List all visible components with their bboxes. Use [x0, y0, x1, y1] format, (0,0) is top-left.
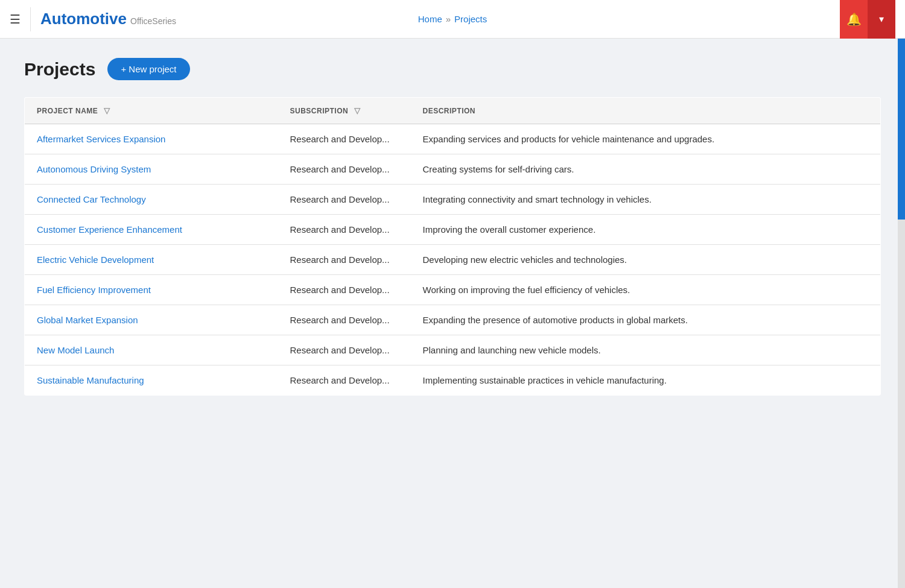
table-row: Autonomous Driving SystemResearch and De…: [25, 154, 881, 185]
subscription-filter-icon[interactable]: ▽: [354, 106, 361, 115]
description-cell: Planning and launching new vehicle model…: [411, 335, 881, 365]
header-actions: 🔔 ▾: [840, 0, 895, 39]
table-row: Global Market ExpansionResearch and Deve…: [25, 305, 881, 335]
subscription-cell: Research and Develop...: [278, 124, 411, 154]
nav-current[interactable]: Projects: [454, 14, 487, 24]
project-name-filter-icon[interactable]: ▽: [104, 106, 110, 115]
description-cell: Improving the overall customer experienc…: [411, 215, 881, 245]
col-description-label: DESCRIPTION: [423, 107, 476, 115]
logo-sub: OfficeSeries: [130, 16, 176, 26]
table-row: Electric Vehicle DevelopmentResearch and…: [25, 245, 881, 275]
page-title-row: Projects + New project: [24, 58, 881, 80]
project-name-link[interactable]: Connected Car Technology: [37, 194, 146, 204]
nav-home-link[interactable]: Home: [418, 14, 442, 24]
table-row: Customer Experience EnhancementResearch …: [25, 215, 881, 245]
subscription-cell: Research and Develop...: [278, 245, 411, 275]
notifications-button[interactable]: 🔔: [840, 0, 868, 39]
subscription-cell: Research and Develop...: [278, 275, 411, 305]
project-name-link[interactable]: Electric Vehicle Development: [37, 254, 154, 265]
table-row: Connected Car TechnologyResearch and Dev…: [25, 185, 881, 215]
col-subscription-header: SUBSCRIPTION ▽: [278, 98, 411, 124]
project-name-link[interactable]: Autonomous Driving System: [37, 164, 151, 174]
description-cell: Creating systems for self-driving cars.: [411, 154, 881, 185]
menu-icon[interactable]: ☰: [10, 12, 21, 27]
project-name-link[interactable]: Sustainable Manufacturing: [37, 375, 144, 385]
header: ☰ Automotive OfficeSeries Home » Project…: [0, 0, 905, 39]
subscription-cell: Research and Develop...: [278, 305, 411, 335]
logo-main: Automotive: [40, 10, 127, 28]
table-header-row: PROJECT NAME ▽ SUBSCRIPTION ▽ DESCRIPTIO…: [25, 98, 881, 124]
col-project-name-label: PROJECT NAME: [37, 107, 98, 115]
new-project-button[interactable]: + New project: [107, 58, 189, 80]
col-project-name-header: PROJECT NAME ▽: [25, 98, 278, 124]
header-divider: [30, 7, 31, 31]
table-row: Fuel Efficiency ImprovementResearch and …: [25, 275, 881, 305]
subscription-cell: Research and Develop...: [278, 185, 411, 215]
description-cell: Working on improving the fuel efficiency…: [411, 275, 881, 305]
description-cell: Integrating connectivity and smart techn…: [411, 185, 881, 215]
project-name-link[interactable]: Customer Experience Enhancement: [37, 224, 182, 235]
breadcrumb: Home » Projects: [418, 14, 487, 24]
description-cell: Developing new electric vehicles and tec…: [411, 245, 881, 275]
project-name-link[interactable]: Fuel Efficiency Improvement: [37, 285, 151, 295]
chevron-down-icon: ▾: [879, 13, 884, 25]
subscription-cell: Research and Develop...: [278, 365, 411, 396]
table-row: Aftermarket Services ExpansionResearch a…: [25, 124, 881, 154]
project-name-link[interactable]: New Model Launch: [37, 345, 114, 355]
projects-table: PROJECT NAME ▽ SUBSCRIPTION ▽ DESCRIPTIO…: [24, 97, 881, 396]
description-cell: Implementing sustainable practices in ve…: [411, 365, 881, 396]
main-content: Projects + New project PROJECT NAME ▽ SU…: [0, 39, 905, 415]
bell-icon: 🔔: [846, 12, 862, 27]
user-dropdown-button[interactable]: ▾: [868, 0, 895, 39]
col-description-header: DESCRIPTION: [411, 98, 881, 124]
description-cell: Expanding services and products for vehi…: [411, 124, 881, 154]
subscription-cell: Research and Develop...: [278, 215, 411, 245]
table-row: New Model LaunchResearch and Develop...P…: [25, 335, 881, 365]
page-title: Projects: [24, 59, 95, 80]
nav-separator: »: [446, 14, 451, 24]
header-logo: Automotive OfficeSeries: [40, 10, 176, 28]
subscription-cell: Research and Develop...: [278, 335, 411, 365]
description-cell: Expanding the presence of automotive pro…: [411, 305, 881, 335]
project-name-link[interactable]: Global Market Expansion: [37, 315, 138, 325]
project-name-link[interactable]: Aftermarket Services Expansion: [37, 134, 165, 144]
subscription-cell: Research and Develop...: [278, 154, 411, 185]
col-subscription-label: SUBSCRIPTION: [290, 107, 349, 115]
table-row: Sustainable ManufacturingResearch and De…: [25, 365, 881, 396]
